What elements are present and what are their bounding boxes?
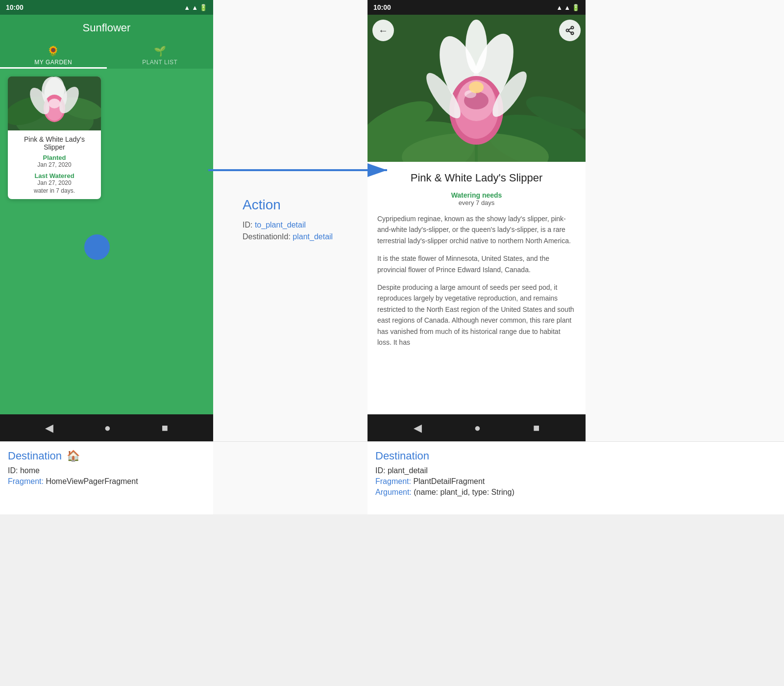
tab-plant-list-label: PLANT LIST bbox=[142, 59, 177, 66]
nav-home-left[interactable]: ● bbox=[104, 422, 111, 434]
status-bar-right: 10:00 ▲ ▲ 🔋 bbox=[368, 0, 586, 15]
garden-content: Pink & White Lady's Slipper Planted Jan … bbox=[0, 69, 213, 414]
nav-home-right[interactable]: ● bbox=[474, 422, 481, 434]
dest-left-frag-value: HomeViewPagerFragment bbox=[46, 477, 138, 485]
plant-card[interactable]: Pink & White Lady's Slipper Planted Jan … bbox=[8, 76, 101, 199]
dest-right-arg-value: (name: plant_id, type: String) bbox=[414, 488, 514, 496]
dest-left-frag-label: Fragment: bbox=[8, 477, 44, 485]
dest-right-title: Destination bbox=[375, 450, 776, 462]
action-dest-label: DestinationId: bbox=[243, 232, 291, 241]
dest-right-frag-label: Fragment: bbox=[375, 477, 411, 485]
time-right: 10:00 bbox=[373, 3, 391, 11]
svg-point-8 bbox=[49, 99, 60, 108]
action-arrow bbox=[208, 157, 394, 184]
status-icons-left: ▲ ▲ 🔋 bbox=[184, 4, 207, 11]
watering-needs-value: every 7 days bbox=[377, 199, 576, 206]
nav-bar-right: ◀ ● ■ bbox=[368, 414, 586, 441]
dest-right-argument: Argument: (name: plant_id, type: String) bbox=[375, 488, 776, 497]
plant-card-body: Pink & White Lady's Slipper Planted Jan … bbox=[8, 130, 101, 199]
dest-right-arg-label: Argument: bbox=[375, 488, 412, 496]
nav-square-left[interactable]: ■ bbox=[162, 422, 168, 434]
bottom-middle-spacer bbox=[213, 442, 368, 514]
dest-right-id-label: ID: bbox=[375, 466, 385, 475]
back-button[interactable]: ← bbox=[372, 20, 394, 41]
orchid-detail-image bbox=[368, 15, 586, 162]
svg-point-31 bbox=[469, 81, 484, 93]
detail-title: Pink & White Lady's Slipper bbox=[377, 172, 576, 184]
action-id: ID: to_plant_detail bbox=[243, 221, 353, 229]
dest-left-title-text: Destination bbox=[8, 450, 62, 462]
action-id-label: ID: bbox=[243, 221, 252, 229]
watered-label: Last Watered bbox=[14, 172, 95, 179]
app-title: Sunflower bbox=[0, 15, 213, 41]
nav-back-left[interactable]: ◀ bbox=[45, 422, 53, 434]
touch-indicator bbox=[84, 234, 110, 260]
planted-date: Jan 27, 2020 bbox=[14, 161, 95, 168]
dest-left-id-label: ID: bbox=[8, 466, 18, 475]
svg-point-23 bbox=[466, 20, 487, 74]
destination-left: Destination 🏠 ID: home Fragment: HomeVie… bbox=[0, 442, 213, 514]
detail-description: Cypripedium reginae, known as the showy … bbox=[377, 213, 576, 348]
share-button[interactable] bbox=[559, 20, 581, 41]
wifi-icon: ▲ bbox=[184, 4, 190, 11]
dest-right-id: ID: plant_detail bbox=[375, 466, 776, 475]
tab-my-garden[interactable]: 🌻 MY GARDEN bbox=[0, 41, 107, 69]
nav-square-right[interactable]: ■ bbox=[533, 422, 539, 434]
signal-icon-right: ▲ bbox=[564, 4, 570, 11]
plant-name: Pink & White Lady's Slipper bbox=[14, 135, 95, 151]
desc-p2: It is the state flower of Minnesota, Uni… bbox=[377, 253, 576, 275]
dest-left-fragment: Fragment: HomeViewPagerFragment bbox=[8, 477, 205, 486]
dest-left-id: ID: home bbox=[8, 466, 205, 475]
detail-header-image: ← bbox=[368, 15, 586, 162]
watering-needs-label: Watering needs bbox=[377, 191, 576, 199]
nav-back-right[interactable]: ◀ bbox=[414, 422, 422, 434]
time-left: 10:00 bbox=[6, 3, 24, 11]
svg-line-36 bbox=[568, 28, 571, 29]
dest-right-frag-value: PlantDetailFragment bbox=[413, 477, 485, 485]
tab-my-garden-label: MY GARDEN bbox=[34, 59, 72, 66]
wifi-icon-right: ▲ bbox=[556, 4, 563, 11]
my-garden-icon: 🌻 bbox=[47, 45, 60, 57]
battery-icon: 🔋 bbox=[199, 4, 207, 11]
destination-right: Destination ID: plant_detail Fragment: P… bbox=[368, 442, 784, 514]
tab-plant-list[interactable]: 🌱 PLANT LIST bbox=[107, 41, 214, 69]
home-icon: 🏠 bbox=[67, 450, 80, 462]
planted-label: Planted bbox=[14, 154, 95, 161]
dest-right-fragment: Fragment: PlantDetailFragment bbox=[375, 477, 776, 486]
action-dest-value: plant_detail bbox=[293, 232, 333, 241]
plant-card-image bbox=[8, 76, 101, 130]
dest-left-id-value: home bbox=[20, 466, 40, 475]
watered-date: Jan 27, 2020 bbox=[14, 179, 95, 186]
signal-icon: ▲ bbox=[192, 4, 198, 11]
status-icons-right: ▲ ▲ 🔋 bbox=[556, 4, 580, 11]
desc-p1: Cypripedium reginae, known as the showy … bbox=[377, 213, 576, 246]
tab-bar: 🌻 MY GARDEN 🌱 PLANT LIST bbox=[0, 41, 213, 69]
dest-right-title-text: Destination bbox=[375, 450, 429, 462]
dest-right-id-value: plant_detail bbox=[388, 466, 428, 475]
plant-list-icon: 🌱 bbox=[154, 45, 167, 57]
detail-content: Pink & White Lady's Slipper Watering nee… bbox=[368, 162, 586, 414]
dest-left-title: Destination 🏠 bbox=[8, 450, 205, 462]
action-box: Action ID: to_plant_detail DestinationId… bbox=[228, 197, 353, 244]
water-reminder: water in 7 days. bbox=[14, 187, 95, 194]
status-bar-left: 10:00 ▲ ▲ 🔋 bbox=[0, 0, 213, 15]
battery-icon-right: 🔋 bbox=[572, 4, 580, 11]
action-id-value: to_plant_detail bbox=[255, 221, 306, 229]
action-destination-id: DestinationId: plant_detail bbox=[243, 232, 353, 241]
nav-bar-left: ◀ ● ■ bbox=[0, 414, 213, 441]
action-title: Action bbox=[243, 197, 353, 213]
desc-p3: Despite producing a large amount of seed… bbox=[377, 282, 576, 348]
svg-line-35 bbox=[568, 31, 571, 32]
